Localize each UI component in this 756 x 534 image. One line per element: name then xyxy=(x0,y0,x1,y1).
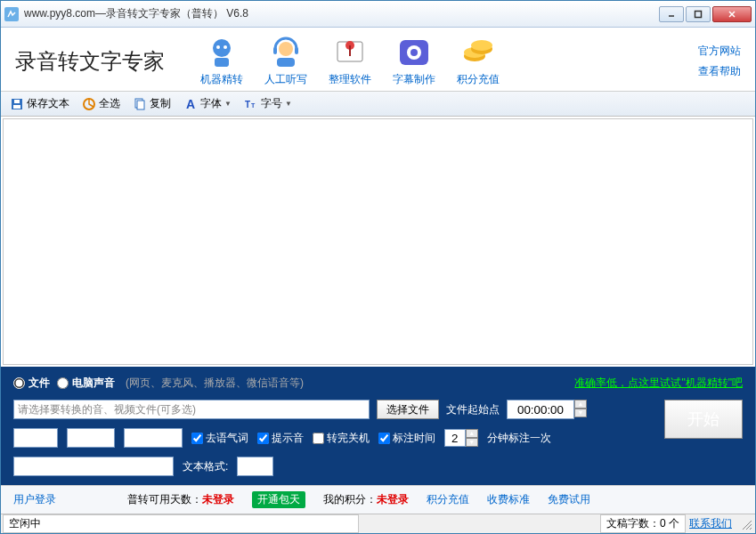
nav-label: 积分充值 xyxy=(457,72,500,87)
copy-button[interactable]: 复制 xyxy=(127,94,176,113)
format-value: TXT xyxy=(240,460,260,473)
resize-grip-icon[interactable] xyxy=(739,517,753,531)
copy-label: 复制 xyxy=(150,96,171,111)
format-label: 文本格式: xyxy=(183,459,228,474)
language-select[interactable]: 普通话▼ xyxy=(67,428,115,448)
file-path-input[interactable] xyxy=(13,400,370,419)
svg-point-6 xyxy=(216,45,220,49)
start-point-label: 文件起始点 xyxy=(446,402,500,417)
domain-select[interactable]: 通用领域▼ xyxy=(124,428,183,448)
login-link[interactable]: 用户登录 xyxy=(13,492,56,507)
beep-checkbox[interactable]: 提示音 xyxy=(257,431,304,446)
close-button[interactable] xyxy=(712,6,752,22)
font-icon: A xyxy=(183,97,198,111)
save-label: 保存文本 xyxy=(27,96,69,111)
svg-rect-8 xyxy=(215,58,229,67)
interval-input[interactable] xyxy=(444,429,466,447)
statusbar: 空闲中 文稿字数：0 个 联系我们 xyxy=(1,514,755,533)
pin-icon xyxy=(332,35,368,70)
svg-rect-24 xyxy=(13,105,20,109)
radio-audio[interactable]: 电脑声音 xyxy=(57,376,115,391)
days-value: 未登录 xyxy=(202,493,234,506)
svg-rect-11 xyxy=(295,47,298,54)
radio-file-label: 文件 xyxy=(28,376,50,391)
toolbar: 保存文本 全选 复制 A 字体 ▼ TT 字号 ▼ xyxy=(1,92,755,117)
save-button[interactable]: 保存文本 xyxy=(4,94,75,113)
accuracy-hint-link[interactable]: 准确率低，点这里试试"机器精转"吧 xyxy=(574,376,743,391)
radio-file[interactable]: 文件 xyxy=(13,376,50,391)
svg-point-5 xyxy=(213,39,231,57)
nav-machine[interactable]: 机器精转 xyxy=(200,35,243,87)
cbx-label: 转完关机 xyxy=(327,431,370,446)
font-button[interactable]: A 字体 ▼ xyxy=(178,94,237,113)
chevron-down-icon: ▼ xyxy=(285,100,292,108)
pricing-link[interactable]: 收费标准 xyxy=(487,492,530,507)
word-count: 文稿字数：0 个 xyxy=(600,514,686,533)
nav-label: 机器精转 xyxy=(200,72,243,87)
help-link[interactable]: 查看帮助 xyxy=(698,64,741,79)
select-all-button[interactable]: 全选 xyxy=(77,94,126,113)
recharge-link[interactable]: 积分充值 xyxy=(427,492,469,507)
app-title: 录音转文字专家 xyxy=(15,47,165,76)
interval-unit: 分钟标注一次 xyxy=(487,431,551,446)
nav-organize[interactable]: 整理软件 xyxy=(329,35,371,87)
official-site-link[interactable]: 官方网站 xyxy=(698,44,741,59)
contact-link[interactable]: 联系我们 xyxy=(689,516,732,531)
nav-label: 字幕制作 xyxy=(393,72,435,87)
select-file-button[interactable]: 选择文件 xyxy=(377,400,439,419)
mark-time-checkbox[interactable]: 标注时间 xyxy=(378,431,435,446)
settings-panel: 文件 电脑声音 (网页、麦克风、播放器、微信语音等) 准确率低，点这里试试"机器… xyxy=(1,367,755,485)
cbx-label: 标注时间 xyxy=(393,431,435,446)
bottom-bar: 用户登录 普转可用天数：未登录 开通包天 我的积分：未登录 积分充值 收费标准 … xyxy=(1,485,755,514)
points-label: 我的积分：未登录 xyxy=(323,492,409,507)
titlebar: www.pyy8.com—录音转文字专家（普转） V6.8 xyxy=(1,1,755,28)
engine-select[interactable]: 引擎A▼ xyxy=(13,428,58,448)
minimize-button[interactable] xyxy=(659,6,684,22)
size-button[interactable]: TT 字号 ▼ xyxy=(239,94,297,113)
domain-value: 通用领域 xyxy=(126,431,169,446)
open-package-link[interactable]: 开通包天 xyxy=(252,491,305,508)
svg-rect-28 xyxy=(137,101,144,109)
radio-audio-label: 电脑声音 xyxy=(72,376,115,391)
svg-text:T: T xyxy=(245,100,250,109)
svg-line-33 xyxy=(750,528,752,530)
select-all-label: 全选 xyxy=(99,96,120,111)
start-button[interactable]: 开始 xyxy=(664,400,743,439)
days-label: 普转可用天数：未登录 xyxy=(127,492,234,507)
svg-point-7 xyxy=(224,45,227,49)
nav-recharge[interactable]: 积分充值 xyxy=(457,35,500,87)
nav-icons: 机器精转 人工听写 整理软件 字幕制作 积分充值 xyxy=(200,35,500,87)
remove-filler-checkbox[interactable]: 去语气词 xyxy=(191,431,248,446)
status-text: 空闲中 xyxy=(3,514,359,533)
font-label: 字体 xyxy=(200,96,222,111)
text-editor[interactable] xyxy=(3,118,753,365)
interval-spinner[interactable]: ▲▼ xyxy=(444,429,478,447)
nav-human[interactable]: 人工听写 xyxy=(264,35,307,87)
start-time-input[interactable] xyxy=(507,400,574,419)
coins-icon xyxy=(460,35,496,70)
select-all-icon xyxy=(82,97,96,111)
save-mode-select[interactable]: 文本自动保存到源文件目录▼ xyxy=(13,457,174,476)
nav-subtitle[interactable]: 字幕制作 xyxy=(393,35,435,87)
chevron-down-icon: ▼ xyxy=(224,100,232,108)
save-icon xyxy=(10,97,24,111)
svg-rect-10 xyxy=(273,47,277,54)
header-links: 官方网站 查看帮助 xyxy=(698,44,741,79)
cbx-label: 去语气词 xyxy=(206,431,248,446)
shutdown-checkbox[interactable]: 转完关机 xyxy=(313,431,370,446)
app-window: www.pyy8.com—录音转文字专家（普转） V6.8 录音转文字专家 机器… xyxy=(0,0,756,534)
cbx-label: 提示音 xyxy=(272,431,304,446)
trial-link[interactable]: 免费试用 xyxy=(548,492,590,507)
svg-point-9 xyxy=(279,42,293,56)
maximize-button[interactable] xyxy=(686,6,711,22)
time-spinner[interactable]: ▲▼ xyxy=(574,400,587,419)
robot-icon xyxy=(204,35,240,70)
svg-rect-12 xyxy=(277,58,295,67)
copy-icon xyxy=(133,97,147,111)
format-select[interactable]: TXT▼ xyxy=(237,457,273,476)
window-title: www.pyy8.com—录音转文字专家（普转） V6.8 xyxy=(24,6,659,21)
svg-rect-2 xyxy=(695,11,702,17)
points-value: 未登录 xyxy=(377,493,409,506)
nav-label: 人工听写 xyxy=(264,72,307,87)
window-controls xyxy=(659,6,752,22)
